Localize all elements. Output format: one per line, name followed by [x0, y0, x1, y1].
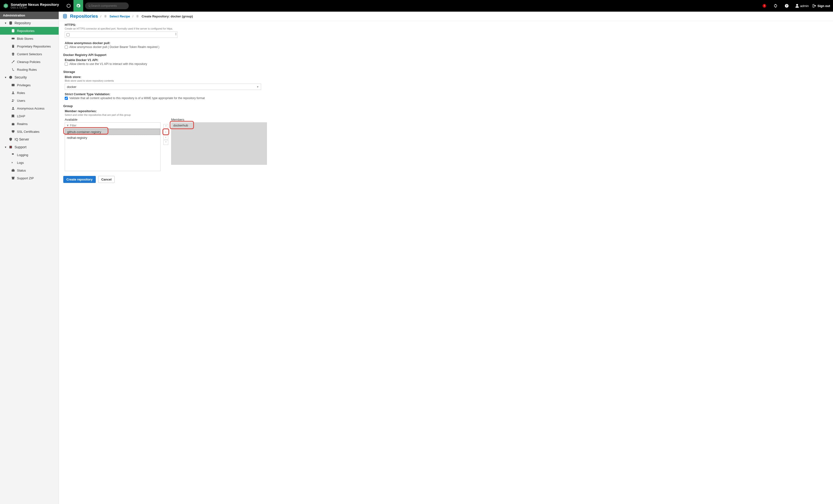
sidebar-group-label: Support: [15, 145, 26, 149]
move-right-button[interactable]: ›: [163, 129, 168, 134]
sidebar-item-ssl-certificates[interactable]: SSL Certificates: [0, 128, 59, 135]
https-port-input[interactable]: ▲▼: [65, 31, 177, 38]
sidebar-item-logging[interactable]: Logging: [0, 151, 59, 159]
sidebar-item-users[interactable]: Users: [0, 97, 59, 104]
available-item[interactable]: redhat-registry: [65, 135, 160, 141]
search-input[interactable]: [91, 4, 126, 7]
sidebar-item-roles[interactable]: Roles: [0, 89, 59, 97]
cert-icon: [11, 130, 15, 133]
svg-rect-7: [11, 38, 15, 40]
help-button[interactable]: ?: [782, 0, 791, 11]
gear-icon: [76, 3, 81, 8]
sidebar-item-proprietary-repositories[interactable]: Proprietary Repositories: [0, 43, 59, 50]
move-left-button[interactable]: ‹: [163, 135, 168, 140]
terminal-icon: [11, 161, 15, 165]
user-icon: [795, 4, 799, 8]
create-repository-button[interactable]: Create repository: [63, 176, 96, 183]
sidebar-group-repository[interactable]: ▼Repository: [0, 19, 59, 27]
anon-checkbox[interactable]: [65, 46, 68, 49]
id-icon: [11, 83, 15, 87]
sidebar-item-routing-rules[interactable]: Routing Rules: [0, 66, 59, 73]
alert-button[interactable]: [760, 0, 769, 11]
sidebar-item-privileges[interactable]: Privileges: [0, 81, 59, 89]
person-icon: [11, 106, 15, 110]
sidebar-item-cleanup-policies[interactable]: Cleanup Policies: [0, 58, 59, 66]
svg-rect-13: [11, 84, 15, 86]
filter-icon: [66, 124, 69, 127]
chevron-down-icon: ▼: [257, 85, 259, 88]
hdd-icon: [11, 36, 15, 41]
sidebar-item-anonymous-access[interactable]: Anonymous Access: [0, 104, 59, 112]
sidebar-item-content-selectors[interactable]: Content Selectors: [0, 50, 59, 58]
sidebar-item-label: Blob Stores: [17, 37, 33, 41]
cancel-button[interactable]: Cancel: [98, 176, 115, 183]
sidebar-item-label: Repositories: [17, 29, 34, 33]
strict-checkbox[interactable]: [65, 97, 68, 100]
breadcrumb-link[interactable]: Select Recipe: [110, 15, 130, 18]
filter-box[interactable]: [65, 122, 161, 129]
svg-text:?: ?: [786, 4, 787, 7]
sidebar-group-label: Repository: [15, 21, 31, 25]
globe-icon: [9, 75, 13, 79]
signout-button[interactable]: Sign out: [812, 4, 830, 8]
brand-title: Sonatype Nexus Repository: [11, 3, 59, 7]
signout-icon: [812, 4, 816, 8]
sidebar-item-support-zip[interactable]: Support ZIP: [0, 174, 59, 182]
anon-label: Allow anonymous docker pull:: [65, 41, 829, 45]
api-section-label: Docker Registry API Support: [63, 53, 829, 57]
sidebar-group-iq-server[interactable]: IQ Server: [0, 135, 59, 143]
archive-icon: [11, 176, 15, 180]
available-item[interactable]: github-container-registry: [65, 129, 160, 135]
available-listbox[interactable]: github-container-registryredhat-registry: [65, 129, 161, 171]
database-small-icon: [104, 15, 107, 18]
svg-point-15: [13, 92, 14, 93]
search-icon: [88, 4, 91, 7]
refresh-button[interactable]: [771, 0, 780, 11]
sidebar-item-label: Realms: [17, 122, 28, 126]
database-small-icon: [136, 15, 139, 18]
user-label: admin: [800, 4, 809, 8]
breadcrumb-main[interactable]: Repositories: [70, 14, 98, 19]
broom-icon: [11, 60, 15, 64]
https-checkbox[interactable]: [66, 33, 70, 36]
sidebar-item-realms[interactable]: Realms: [0, 120, 59, 128]
chevron-down-icon: ▼: [4, 76, 7, 79]
blob-store-select[interactable]: docker ▼: [65, 83, 261, 90]
sidebar-item-label: Anonymous Access: [17, 107, 44, 110]
building-icon: [11, 44, 15, 48]
sidebar-group-support[interactable]: ▼Support: [0, 143, 59, 151]
user-menu[interactable]: admin: [795, 4, 809, 8]
help-icon: ?: [785, 4, 789, 8]
alert-icon: [762, 4, 767, 8]
svg-rect-10: [13, 45, 13, 46]
svg-point-26: [104, 15, 106, 16]
sidebar-item-logs[interactable]: Logs: [0, 159, 59, 167]
sidebar-item-ldap[interactable]: LDAP: [0, 112, 59, 120]
members-listbox[interactable]: dockerhub: [171, 122, 267, 165]
database-icon: [11, 29, 15, 33]
sidebar-item-repositories[interactable]: Repositories: [0, 27, 59, 35]
browse-button[interactable]: [64, 0, 73, 11]
v1-chk-label: Allow clients to use the V1 API to inter…: [69, 62, 147, 66]
v1-checkbox[interactable]: [65, 62, 68, 66]
svg-point-8: [12, 38, 13, 39]
member-item[interactable]: dockerhub: [171, 123, 267, 128]
svg-rect-19: [12, 130, 15, 132]
sidebar-item-status[interactable]: Status: [0, 167, 59, 174]
move-down-button[interactable]: ˅: [163, 140, 168, 145]
book-icon: [11, 114, 15, 118]
layers-icon: [11, 52, 15, 56]
route-icon: [11, 68, 15, 72]
move-up-button[interactable]: ˄: [163, 124, 168, 129]
flag-icon: [11, 153, 15, 157]
filter-input[interactable]: [70, 124, 159, 127]
spinner-icon[interactable]: ▲▼: [175, 32, 177, 35]
search-box[interactable]: [85, 2, 129, 9]
sidebar-item-blob-stores[interactable]: Blob Stores: [0, 35, 59, 43]
svg-point-18: [13, 107, 14, 108]
user-role-icon: [11, 91, 15, 95]
sidebar-group-security[interactable]: ▼Security: [0, 73, 59, 81]
admin-button[interactable]: [73, 0, 83, 11]
sidebar-item-label: Privileges: [17, 83, 30, 87]
members-desc: Select and order the repositories that a…: [65, 114, 829, 116]
